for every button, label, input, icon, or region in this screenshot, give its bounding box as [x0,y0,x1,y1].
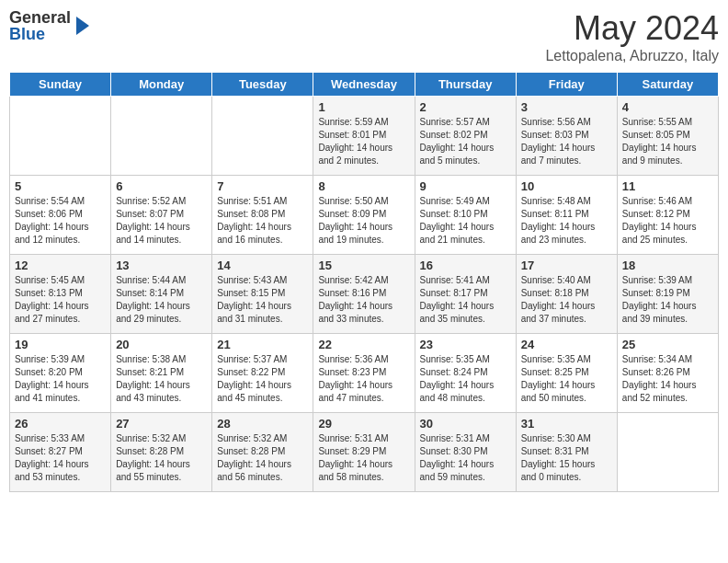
calendar-cell: 24Sunrise: 5:35 AM Sunset: 8:25 PM Dayli… [516,334,617,413]
calendar-cell: 20Sunrise: 5:38 AM Sunset: 8:21 PM Dayli… [111,334,212,413]
calendar-cell: 10Sunrise: 5:48 AM Sunset: 8:11 PM Dayli… [516,176,617,255]
calendar-table: SundayMondayTuesdayWednesdayThursdayFrid… [9,72,719,492]
calendar-cell [212,97,313,176]
day-info: Sunrise: 5:45 AM Sunset: 8:13 PM Dayligh… [15,274,106,326]
calendar-cell [111,97,212,176]
day-number: 15 [318,259,409,272]
day-number: 16 [420,259,511,272]
day-number: 27 [116,417,207,431]
calendar-week-5: 26Sunrise: 5:33 AM Sunset: 8:27 PM Dayli… [10,413,719,492]
day-info: Sunrise: 5:31 AM Sunset: 8:30 PM Dayligh… [420,432,511,484]
calendar-header: SundayMondayTuesdayWednesdayThursdayFrid… [10,73,719,97]
day-info: Sunrise: 5:52 AM Sunset: 8:07 PM Dayligh… [116,195,207,247]
day-number: 29 [318,417,409,431]
day-number: 22 [318,338,409,351]
weekday-header-monday: Monday [111,73,212,97]
day-info: Sunrise: 5:46 AM Sunset: 8:12 PM Dayligh… [622,195,713,247]
calendar-cell: 26Sunrise: 5:33 AM Sunset: 8:27 PM Dayli… [10,413,111,492]
calendar-cell: 7Sunrise: 5:51 AM Sunset: 8:08 PM Daylig… [212,176,313,255]
calendar-cell: 22Sunrise: 5:36 AM Sunset: 8:23 PM Dayli… [313,334,415,413]
day-info: Sunrise: 5:59 AM Sunset: 8:01 PM Dayligh… [318,116,409,167]
day-info: Sunrise: 5:31 AM Sunset: 8:29 PM Dayligh… [318,432,409,484]
calendar-cell: 25Sunrise: 5:34 AM Sunset: 8:26 PM Dayli… [617,334,718,413]
day-info: Sunrise: 5:41 AM Sunset: 8:17 PM Dayligh… [420,274,511,326]
day-info: Sunrise: 5:30 AM Sunset: 8:31 PM Dayligh… [521,432,612,484]
month-title: May 2024 [545,9,719,48]
day-number: 3 [521,100,612,114]
calendar-cell: 31Sunrise: 5:30 AM Sunset: 8:31 PM Dayli… [516,413,617,492]
calendar-week-4: 19Sunrise: 5:39 AM Sunset: 8:20 PM Dayli… [10,334,719,413]
day-info: Sunrise: 5:33 AM Sunset: 8:27 PM Dayligh… [15,432,106,484]
day-number: 11 [622,179,713,193]
location: Lettopalena, Abruzzo, Italy [545,48,719,64]
day-info: Sunrise: 5:38 AM Sunset: 8:21 PM Dayligh… [116,353,207,405]
calendar-cell: 16Sunrise: 5:41 AM Sunset: 8:17 PM Dayli… [415,255,516,334]
calendar-cell [10,97,111,176]
day-info: Sunrise: 5:35 AM Sunset: 8:24 PM Dayligh… [420,353,511,405]
calendar-week-2: 5Sunrise: 5:54 AM Sunset: 8:06 PM Daylig… [10,176,719,255]
day-info: Sunrise: 5:50 AM Sunset: 8:09 PM Dayligh… [318,195,409,247]
calendar-cell: 9Sunrise: 5:49 AM Sunset: 8:10 PM Daylig… [415,176,516,255]
calendar-cell: 19Sunrise: 5:39 AM Sunset: 8:20 PM Dayli… [10,334,111,413]
day-info: Sunrise: 5:43 AM Sunset: 8:15 PM Dayligh… [217,274,308,326]
calendar-week-3: 12Sunrise: 5:45 AM Sunset: 8:13 PM Dayli… [10,255,719,334]
day-info: Sunrise: 5:48 AM Sunset: 8:11 PM Dayligh… [521,195,612,247]
calendar-cell: 30Sunrise: 5:31 AM Sunset: 8:30 PM Dayli… [415,413,516,492]
calendar-cell: 12Sunrise: 5:45 AM Sunset: 8:13 PM Dayli… [10,255,111,334]
day-number: 10 [521,179,612,193]
day-number: 18 [622,259,713,272]
weekday-header-sunday: Sunday [10,73,111,97]
calendar-cell: 14Sunrise: 5:43 AM Sunset: 8:15 PM Dayli… [212,255,313,334]
logo-arrow-icon [76,17,89,35]
day-info: Sunrise: 5:54 AM Sunset: 8:06 PM Dayligh… [15,195,106,247]
day-number: 2 [420,100,511,114]
calendar-cell: 11Sunrise: 5:46 AM Sunset: 8:12 PM Dayli… [617,176,718,255]
day-number: 6 [116,179,207,193]
day-info: Sunrise: 5:55 AM Sunset: 8:05 PM Dayligh… [622,116,713,167]
day-number: 12 [15,259,106,272]
weekday-header-wednesday: Wednesday [313,73,415,97]
calendar-cell: 1Sunrise: 5:59 AM Sunset: 8:01 PM Daylig… [313,97,415,176]
day-number: 17 [521,259,612,272]
day-info: Sunrise: 5:40 AM Sunset: 8:18 PM Dayligh… [521,274,612,326]
calendar-cell: 21Sunrise: 5:37 AM Sunset: 8:22 PM Dayli… [212,334,313,413]
day-number: 1 [318,100,409,114]
logo-blue: Blue [9,26,71,42]
calendar-cell: 5Sunrise: 5:54 AM Sunset: 8:06 PM Daylig… [10,176,111,255]
day-info: Sunrise: 5:57 AM Sunset: 8:02 PM Dayligh… [420,116,511,167]
calendar-cell: 29Sunrise: 5:31 AM Sunset: 8:29 PM Dayli… [313,413,415,492]
day-number: 23 [420,338,511,351]
day-number: 4 [622,100,713,114]
page-header: General Blue May 2024 Lettopalena, Abruz… [9,9,719,64]
calendar-cell: 4Sunrise: 5:55 AM Sunset: 8:05 PM Daylig… [617,97,718,176]
calendar-week-1: 1Sunrise: 5:59 AM Sunset: 8:01 PM Daylig… [10,97,719,176]
calendar-cell: 3Sunrise: 5:56 AM Sunset: 8:03 PM Daylig… [516,97,617,176]
calendar-cell: 27Sunrise: 5:32 AM Sunset: 8:28 PM Dayli… [111,413,212,492]
calendar-cell [617,413,718,492]
calendar-cell: 18Sunrise: 5:39 AM Sunset: 8:19 PM Dayli… [617,255,718,334]
weekday-header-friday: Friday [516,73,617,97]
day-info: Sunrise: 5:51 AM Sunset: 8:08 PM Dayligh… [217,195,308,247]
calendar-cell: 6Sunrise: 5:52 AM Sunset: 8:07 PM Daylig… [111,176,212,255]
calendar-cell: 15Sunrise: 5:42 AM Sunset: 8:16 PM Dayli… [313,255,415,334]
day-number: 30 [420,417,511,431]
day-number: 8 [318,179,409,193]
day-info: Sunrise: 5:56 AM Sunset: 8:03 PM Dayligh… [521,116,612,167]
weekday-header-thursday: Thursday [415,73,516,97]
calendar-cell: 23Sunrise: 5:35 AM Sunset: 8:24 PM Dayli… [415,334,516,413]
day-info: Sunrise: 5:32 AM Sunset: 8:28 PM Dayligh… [116,432,207,484]
calendar-body: 1Sunrise: 5:59 AM Sunset: 8:01 PM Daylig… [10,97,719,492]
calendar-cell: 13Sunrise: 5:44 AM Sunset: 8:14 PM Dayli… [111,255,212,334]
day-info: Sunrise: 5:37 AM Sunset: 8:22 PM Dayligh… [217,353,308,405]
day-number: 31 [521,417,612,431]
day-info: Sunrise: 5:39 AM Sunset: 8:19 PM Dayligh… [622,274,713,326]
title-block: May 2024 Lettopalena, Abruzzo, Italy [545,9,719,64]
day-number: 7 [217,179,308,193]
calendar-cell: 2Sunrise: 5:57 AM Sunset: 8:02 PM Daylig… [415,97,516,176]
day-info: Sunrise: 5:34 AM Sunset: 8:26 PM Dayligh… [622,353,713,405]
logo-text: General Blue [9,9,71,42]
day-number: 21 [217,338,308,351]
day-number: 20 [116,338,207,351]
day-info: Sunrise: 5:49 AM Sunset: 8:10 PM Dayligh… [420,195,511,247]
weekday-header-saturday: Saturday [617,73,718,97]
